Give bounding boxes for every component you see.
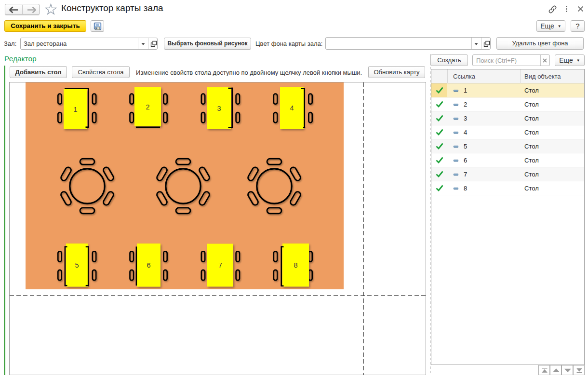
svg-text:2: 2 (146, 103, 149, 111)
svg-text:4: 4 (290, 104, 294, 112)
svg-text:3: 3 (217, 105, 221, 112)
svg-text:1: 1 (73, 106, 77, 113)
svg-text:7: 7 (218, 261, 222, 269)
svg-text:5: 5 (75, 261, 79, 269)
svg-text:6: 6 (147, 261, 150, 269)
svg-text:8: 8 (294, 261, 297, 269)
